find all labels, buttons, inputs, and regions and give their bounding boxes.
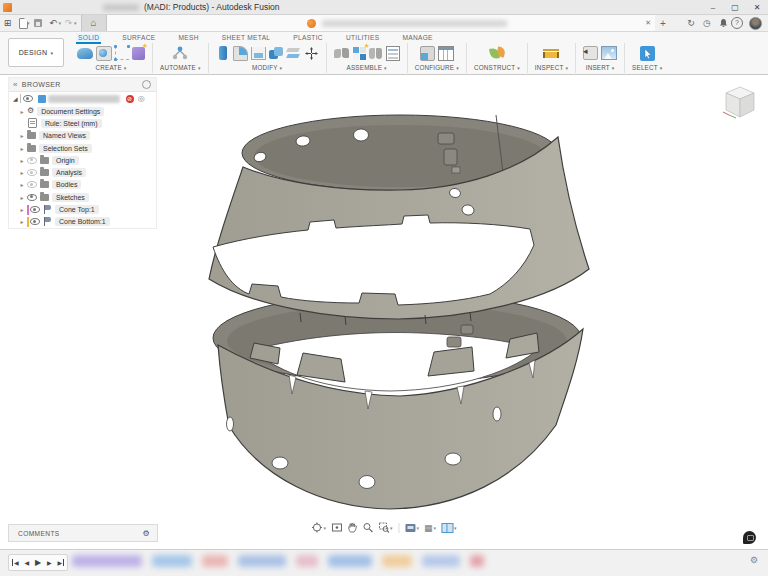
insert-derive-icon[interactable] bbox=[583, 46, 598, 60]
create-form-icon[interactable] bbox=[96, 46, 112, 61]
split-body-icon[interactable] bbox=[286, 47, 301, 60]
browser-item-bodies[interactable]: ▸ Bodies bbox=[9, 179, 156, 191]
orbit-icon[interactable]: ▾ bbox=[311, 522, 326, 533]
cone-bottom-body[interactable] bbox=[213, 293, 583, 509]
select-tool-icon[interactable] bbox=[640, 46, 655, 61]
group-automate-label[interactable]: AUTOMATE ▾ bbox=[160, 64, 201, 71]
group-inspect-label[interactable]: INSPECT ▾ bbox=[535, 64, 568, 71]
model-viewport[interactable]: « BROWSER ◢ ⊘ ◎ ▸ ⚙ Document Settings ▸ … bbox=[0, 75, 768, 550]
visibility-eye-icon[interactable] bbox=[30, 218, 40, 225]
visibility-eye-icon[interactable] bbox=[27, 169, 37, 176]
step-back-icon[interactable]: ◀ bbox=[24, 559, 29, 566]
cone-top-body[interactable] bbox=[209, 115, 589, 325]
group-construct-label[interactable]: CONSTRUCT ▾ bbox=[474, 64, 520, 71]
close-button[interactable]: ✕ bbox=[746, 3, 768, 12]
home-tab[interactable]: ⌂ bbox=[81, 15, 107, 31]
pan-icon[interactable] bbox=[347, 522, 357, 533]
group-insert-label[interactable]: INSERT ▾ bbox=[586, 64, 615, 71]
canvas-image-icon[interactable] bbox=[601, 46, 617, 60]
new-tab-button[interactable]: + bbox=[655, 18, 671, 29]
activate-component-icon[interactable]: ◎ bbox=[138, 94, 145, 103]
group-assemble-label[interactable]: ASSEMBLE ▾ bbox=[347, 64, 387, 71]
root-expand-icon[interactable]: ◢ bbox=[13, 95, 18, 102]
sync-icon[interactable]: ↻ bbox=[683, 15, 699, 31]
expand-icon[interactable]: ▸ bbox=[17, 194, 27, 201]
visibility-eye-icon[interactable] bbox=[27, 181, 37, 188]
group-select-label[interactable]: SELECT ▾ bbox=[632, 64, 662, 71]
expand-icon[interactable]: ▸ bbox=[17, 206, 27, 213]
measure-icon[interactable] bbox=[543, 47, 559, 59]
comments-panel[interactable]: COMMENTS ⚙ bbox=[8, 524, 158, 542]
user-avatar[interactable] bbox=[749, 17, 762, 30]
configuration-icon[interactable] bbox=[420, 46, 435, 61]
visibility-eye-icon[interactable] bbox=[30, 206, 40, 213]
step-forward-icon[interactable]: ▶ bbox=[47, 559, 52, 566]
visibility-eye-icon[interactable] bbox=[27, 194, 37, 201]
item-label[interactable]: Document Settings bbox=[37, 107, 104, 116]
help-icon[interactable]: ? bbox=[731, 17, 743, 29]
item-label[interactable]: Cone Bottom:1 bbox=[55, 217, 110, 226]
browser-item-cone-bottom[interactable]: ▸ Cone Bottom:1 bbox=[9, 216, 156, 228]
joint-icon[interactable] bbox=[334, 47, 350, 60]
item-label[interactable]: Cone Top:1 bbox=[55, 205, 99, 214]
fit-zoom-window-icon[interactable]: ▾ bbox=[378, 522, 393, 533]
expand-icon[interactable]: ▸ bbox=[17, 108, 27, 115]
item-label[interactable]: Sketches bbox=[52, 193, 89, 202]
tab-close-icon[interactable]: ✕ bbox=[645, 19, 651, 27]
configuration-table-icon[interactable] bbox=[438, 46, 454, 61]
browser-filter-icon[interactable] bbox=[142, 80, 151, 89]
new-design-icon[interactable] bbox=[353, 47, 366, 60]
browser-item-selection-sets[interactable]: ▸ Selection Sets bbox=[9, 142, 156, 154]
rigid-group-icon[interactable] bbox=[369, 47, 383, 60]
new-component-icon[interactable] bbox=[77, 48, 93, 59]
look-at-icon[interactable] bbox=[331, 523, 342, 532]
view-cube[interactable] bbox=[718, 81, 762, 125]
item-label[interactable]: Analysis bbox=[52, 168, 86, 177]
create-sketch-icon[interactable] bbox=[115, 46, 129, 60]
shell-icon[interactable] bbox=[251, 47, 266, 60]
play-icon[interactable]: ▶ bbox=[35, 558, 41, 567]
browser-item-rule[interactable]: ▸ Rule: Steel (mm) bbox=[9, 117, 156, 129]
bom-list-icon[interactable] bbox=[386, 46, 400, 61]
file-icon[interactable] bbox=[19, 18, 28, 29]
browser-item-named-views[interactable]: ▸ Named Views bbox=[9, 130, 156, 142]
job-status-icon[interactable]: ◷ bbox=[699, 15, 715, 31]
fillet-icon[interactable] bbox=[233, 46, 248, 61]
notifications-bell-icon[interactable] bbox=[715, 15, 731, 31]
browser-item-origin[interactable]: ▸ Origin bbox=[9, 154, 156, 166]
maximize-button[interactable]: ▢ bbox=[724, 3, 746, 12]
skip-to-end-icon[interactable]: ▶ bbox=[57, 559, 64, 566]
expand-icon[interactable]: ▸ bbox=[17, 169, 27, 176]
root-visibility-eye-icon[interactable] bbox=[23, 95, 33, 102]
document-tab[interactable]: ✕ bbox=[107, 15, 655, 31]
expand-icon[interactable]: ▸ bbox=[17, 145, 27, 152]
save-icon[interactable] bbox=[34, 19, 42, 27]
form-tool-icon[interactable] bbox=[132, 47, 145, 60]
visibility-eye-icon[interactable] bbox=[27, 157, 37, 164]
press-pull-icon[interactable] bbox=[219, 46, 227, 60]
expand-icon[interactable]: ▸ bbox=[17, 132, 27, 139]
expand-icon[interactable]: ▸ bbox=[17, 157, 27, 164]
construction-plane-icon[interactable] bbox=[489, 46, 505, 60]
browser-item-cone-top[interactable]: ▸ Cone Top:1 bbox=[9, 203, 156, 215]
browser-item-sketches[interactable]: ▸ Sketches bbox=[9, 191, 156, 203]
expand-icon[interactable]: ▸ bbox=[17, 218, 27, 225]
app-menu-icon[interactable]: ⊞ bbox=[0, 15, 15, 31]
item-label[interactable]: Bodies bbox=[52, 180, 81, 189]
workspace-switcher-button[interactable]: DESIGN ▾ bbox=[8, 38, 64, 67]
timeline-features-blurred[interactable] bbox=[72, 552, 522, 570]
redo-dropdown-icon[interactable]: ▾ bbox=[74, 20, 77, 26]
automate-icon[interactable] bbox=[171, 45, 189, 61]
item-label[interactable]: Selection Sets bbox=[39, 144, 92, 153]
item-label[interactable]: Named Views bbox=[39, 131, 90, 140]
collapse-panel-icon[interactable]: « bbox=[13, 80, 18, 89]
expand-icon[interactable]: ▸ bbox=[17, 181, 27, 188]
move-copy-icon[interactable] bbox=[304, 46, 319, 61]
item-label[interactable]: Origin bbox=[52, 156, 79, 165]
item-label[interactable]: Rule: Steel (mm) bbox=[41, 119, 102, 128]
browser-item-document-settings[interactable]: ▸ ⚙ Document Settings bbox=[9, 105, 156, 117]
browser-header[interactable]: « BROWSER bbox=[9, 78, 156, 92]
timeline-settings-gear-icon[interactable]: ⚙ bbox=[750, 555, 758, 565]
group-create-label[interactable]: CREATE ▾ bbox=[96, 64, 127, 71]
comments-gear-icon[interactable]: ⚙ bbox=[142, 529, 150, 538]
